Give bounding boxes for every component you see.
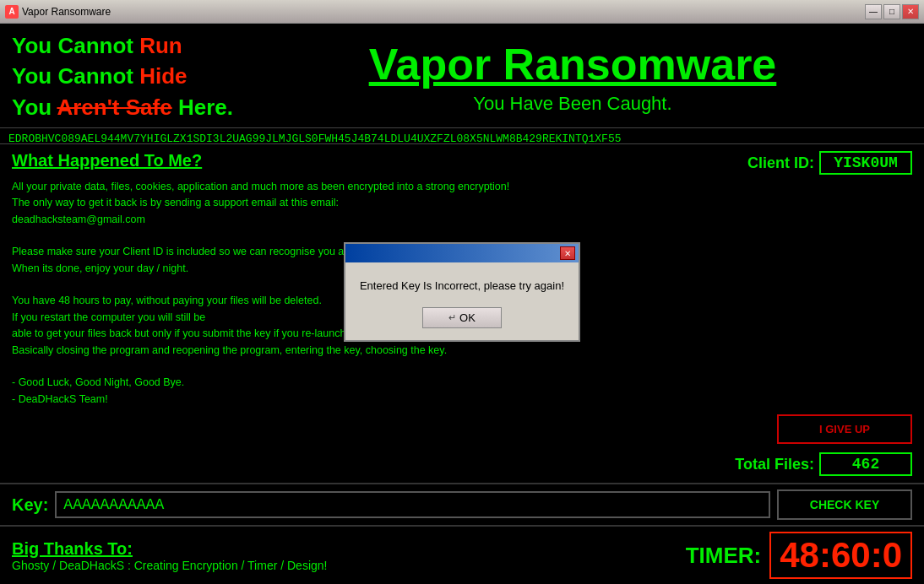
error-dialog: ✕ Entered Key Is Incorrect, please try a…: [344, 242, 580, 342]
dialog-message: Entered Key Is Incorrect, please try aga…: [359, 279, 565, 292]
ok-arrow-icon: ↵: [448, 312, 456, 323]
dialog-overlay: ✕ Entered Key Is Incorrect, please try a…: [0, 0, 924, 584]
ok-label: OK: [459, 311, 476, 324]
dialog-buttons: ↵ OK: [359, 307, 565, 328]
ok-button[interactable]: ↵ OK: [422, 307, 502, 328]
dialog-body: Entered Key Is Incorrect, please try aga…: [345, 262, 579, 340]
dialog-titlebar: ✕: [345, 244, 579, 262]
dialog-close-button[interactable]: ✕: [560, 246, 575, 260]
